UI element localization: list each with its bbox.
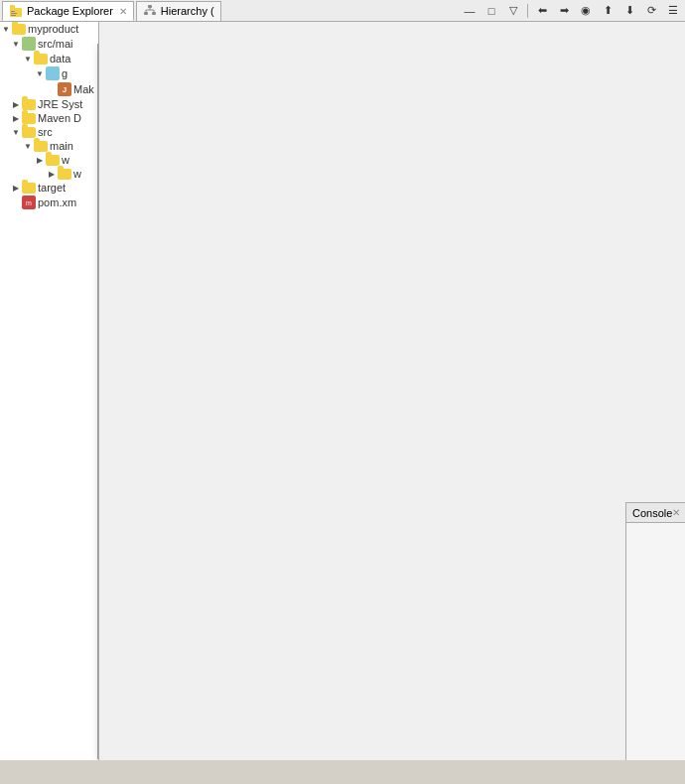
expand-arrow: ▶ xyxy=(48,170,56,179)
tab-package-explorer-label: Package Explorer xyxy=(27,5,113,17)
toolbar-btn3[interactable]: ◉ xyxy=(576,1,596,21)
package-icon xyxy=(46,66,60,80)
svg-rect-5 xyxy=(148,5,152,8)
tree-item-myproduct[interactable]: ▼ myproduct xyxy=(0,22,98,36)
tree-label: myproduct xyxy=(28,23,78,35)
svg-rect-1 xyxy=(10,5,15,9)
toolbar-btn4[interactable]: ⬆ xyxy=(598,1,617,21)
folder-icon xyxy=(46,155,60,166)
tree-item-w2[interactable]: ▶ w xyxy=(0,167,98,181)
tree-item-srcmai[interactable]: ▼ src/mai xyxy=(0,36,98,52)
tree-label: Maven D xyxy=(38,112,81,124)
pom-icon: m xyxy=(22,196,36,209)
console-close[interactable]: ✕ xyxy=(672,507,680,518)
folder-icon xyxy=(34,54,48,65)
svg-rect-6 xyxy=(144,12,148,15)
toolbar-btn1[interactable]: ⬅ xyxy=(532,1,552,21)
package-explorer-icon xyxy=(9,4,23,18)
tab-hierarchy[interactable]: Hierarchy ( xyxy=(136,1,221,21)
tab-close-button[interactable]: ✕ xyxy=(119,6,127,17)
folder-icon xyxy=(12,24,26,35)
tree-item-data[interactable]: ▼ data xyxy=(0,52,98,65)
folder-icon xyxy=(22,113,36,124)
tree-label: JRE Syst xyxy=(38,98,82,110)
tab-package-explorer[interactable]: Package Explorer ✕ xyxy=(2,1,134,21)
tree-label: g xyxy=(62,67,68,79)
console-tab[interactable]: Console ✕ xyxy=(626,503,685,523)
tree-item-main[interactable]: ▼ main xyxy=(0,139,98,153)
tree-label: pom.xm xyxy=(38,196,76,208)
tab-hierarchy-label: Hierarchy ( xyxy=(161,5,214,17)
svg-rect-7 xyxy=(152,12,156,15)
tree-label: src/mai xyxy=(38,38,72,50)
expand-arrow: ▼ xyxy=(36,69,44,78)
svg-rect-3 xyxy=(11,13,17,14)
minimize-btn[interactable]: — xyxy=(460,1,480,21)
tree-item-maven-d[interactable]: ▶ Maven D xyxy=(0,111,98,125)
hierarchy-icon xyxy=(143,4,157,18)
tree-label: src xyxy=(38,126,53,138)
toolbar-btn5[interactable]: ⬇ xyxy=(619,1,639,21)
folder-icon xyxy=(58,169,71,180)
tab-bar: Package Explorer ✕ Hierarchy ( — □ ▽ ⬅ ➡… xyxy=(0,0,685,22)
tree-label: main xyxy=(50,140,73,152)
tree-item-src[interactable]: ▼ src xyxy=(0,125,98,139)
console-label: Console xyxy=(632,507,672,519)
folder-icon xyxy=(22,183,36,194)
toolbar-btn7[interactable]: ☰ xyxy=(663,1,683,21)
tree-item-g[interactable]: ▼ g xyxy=(0,65,98,81)
expand-arrow: ▼ xyxy=(24,142,32,151)
expand-arrow: ▶ xyxy=(12,100,20,109)
java-icon: J xyxy=(58,82,71,96)
expand-arrow: ▼ xyxy=(12,40,20,49)
toolbar-btn6[interactable]: ⟳ xyxy=(641,1,661,21)
tree-label: target xyxy=(38,182,66,194)
expand-arrow: ▶ xyxy=(12,184,20,193)
package-explorer-panel: ▼ myproduct ▼ src/mai ▼ data ▼ g J Mak ▶… xyxy=(0,22,99,760)
folder-icon xyxy=(34,141,48,152)
tree-item-mak[interactable]: J Mak xyxy=(0,81,98,97)
maximize-btn[interactable]: □ xyxy=(481,1,501,21)
expand-arrow: ▼ xyxy=(12,128,20,137)
main-area: ▼ myproduct ▼ src/mai ▼ data ▼ g J Mak ▶… xyxy=(0,22,685,760)
expand-arrow: ▶ xyxy=(36,156,44,165)
src-icon xyxy=(22,37,36,51)
tree-item-jre[interactable]: ▶ JRE Syst xyxy=(0,97,98,111)
view-menu-btn[interactable]: ▽ xyxy=(503,1,523,21)
right-panel: Console ✕ xyxy=(99,22,685,760)
folder-icon xyxy=(22,127,36,138)
tree-label: w xyxy=(73,168,81,180)
expand-arrow: ▼ xyxy=(24,55,32,64)
tree-item-w1[interactable]: ▶ w xyxy=(0,153,98,167)
toolbar-btn2[interactable]: ➡ xyxy=(554,1,574,21)
expand-arrow: ▶ xyxy=(12,114,20,123)
svg-rect-2 xyxy=(11,11,15,12)
folder-icon xyxy=(22,99,36,110)
expand-arrow: ▼ xyxy=(2,25,10,34)
tree-label: Mak xyxy=(73,83,94,95)
tree-item-pom[interactable]: m pom.xm xyxy=(0,195,98,210)
tree-item-target[interactable]: ▶ target xyxy=(0,181,98,195)
console-panel: Console ✕ xyxy=(625,502,685,760)
tree-label: data xyxy=(50,53,70,65)
tree-label: w xyxy=(62,154,69,166)
svg-rect-4 xyxy=(11,15,16,16)
